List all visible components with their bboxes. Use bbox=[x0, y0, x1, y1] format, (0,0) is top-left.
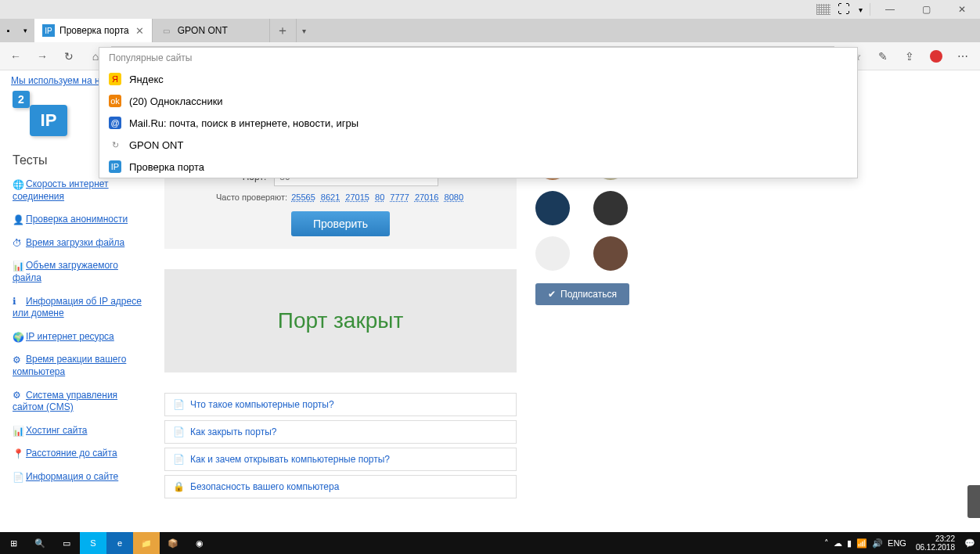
start-button[interactable]: ⊞ bbox=[0, 532, 27, 554]
suggestion-item[interactable]: ok (20) Одноклассники bbox=[99, 90, 857, 112]
suggestion-label: Проверка порта bbox=[129, 161, 204, 173]
tray-battery-icon[interactable]: ▮ bbox=[847, 538, 852, 549]
tray-lang[interactable]: ENG bbox=[888, 538, 906, 548]
faq-link[interactable]: Безопасность вашего компьютера bbox=[190, 481, 339, 492]
dropdown-icon[interactable]: ▾ bbox=[852, 5, 868, 14]
time-icon: ⏱ bbox=[13, 238, 23, 249]
result-box: Порт закрыт bbox=[164, 269, 517, 372]
min-button[interactable]: — bbox=[872, 0, 908, 19]
faq-item[interactable]: 🔒Безопасность вашего компьютера bbox=[164, 475, 517, 498]
port-link[interactable]: 27015 bbox=[345, 192, 369, 202]
expand-icon[interactable]: ⛶ bbox=[835, 2, 852, 16]
tray-up-icon[interactable]: ˄ bbox=[824, 538, 829, 549]
faq-link[interactable]: Что такое компьютерные порты? bbox=[190, 399, 334, 410]
search-button[interactable]: 🔍 bbox=[27, 532, 53, 554]
feedback-tab[interactable] bbox=[967, 485, 980, 518]
speed-icon: 🌐 bbox=[13, 179, 23, 190]
sidebar-link[interactable]: 👤Проверка анонимности bbox=[13, 214, 146, 226]
window-titlebar: ⛶ ▾ — ▢ ✕ bbox=[0, 0, 980, 19]
tray-clock[interactable]: 23:22 06.12.2018 bbox=[911, 534, 960, 552]
tab-close-icon[interactable]: ✕ bbox=[129, 25, 144, 37]
sidebar-link[interactable]: ⏱Время загрузки файла bbox=[13, 237, 146, 250]
lock-icon: 🔒 bbox=[173, 481, 184, 492]
cms-icon: ⚙ bbox=[13, 390, 23, 401]
port-link[interactable]: 8080 bbox=[445, 192, 463, 202]
back-button[interactable]: ← bbox=[5, 45, 27, 67]
avatar[interactable] bbox=[593, 236, 628, 271]
often-checked: Часто проверяют: 25565 8621 27015 80 777… bbox=[177, 192, 504, 202]
tray-notifications-icon[interactable]: 💬 bbox=[964, 538, 975, 549]
sidebar-link[interactable]: 📍Расстояние до сайта bbox=[13, 448, 146, 460]
new-tab-button[interactable]: ＋ bbox=[270, 19, 297, 42]
tray-volume-icon[interactable]: 🔊 bbox=[872, 538, 883, 549]
tabs-dropdown-icon[interactable]: ▾ bbox=[297, 19, 312, 42]
forward-button[interactable]: → bbox=[31, 45, 53, 67]
share-icon[interactable]: ⇪ bbox=[897, 45, 922, 67]
max-button[interactable]: ▢ bbox=[908, 0, 944, 19]
subscribe-label: Подписаться bbox=[560, 289, 617, 300]
dist-icon: 📍 bbox=[13, 448, 23, 459]
suggestion-item[interactable]: IP Проверка порта bbox=[99, 156, 857, 178]
port-link[interactable]: 25565 bbox=[291, 192, 315, 202]
skype-icon[interactable]: S bbox=[80, 532, 106, 554]
tab-inactive[interactable]: ▭ GPON ONT bbox=[153, 19, 270, 42]
port-link[interactable]: 7777 bbox=[390, 192, 409, 202]
tab-active[interactable]: IP Проверка порта ✕ bbox=[34, 19, 153, 42]
sidebar-link[interactable]: 🌍IP интернет ресурса bbox=[13, 331, 146, 344]
logo-top: 2 bbox=[13, 91, 30, 108]
url-suggestions: Популярные сайты Я Яндекс ok (20) Однокл… bbox=[99, 47, 858, 178]
check-button[interactable]: Проверить bbox=[291, 211, 390, 236]
port-link[interactable]: 8621 bbox=[321, 192, 340, 202]
port-link[interactable]: 80 bbox=[375, 192, 384, 202]
mailru-icon: @ bbox=[109, 117, 121, 129]
tray-cloud-icon[interactable]: ☁ bbox=[834, 538, 842, 549]
faq-item[interactable]: 📄Что такое компьютерные порты? bbox=[164, 393, 517, 416]
faq-link[interactable]: Как и зачем открывать компьютерные порты… bbox=[190, 454, 390, 465]
sidebar-link[interactable]: 📄Информация о сайте bbox=[13, 471, 146, 484]
teamviewer-icon[interactable]: ◉ bbox=[186, 532, 213, 554]
tab-strip: ▪ ▾ IP Проверка порта ✕ ▭ GPON ONT ＋ ▾ bbox=[0, 19, 980, 42]
refresh-button[interactable]: ↻ bbox=[58, 45, 80, 67]
sidebar-link[interactable]: 📊Объем загружаемого файла bbox=[13, 260, 146, 284]
avatar[interactable] bbox=[593, 191, 628, 225]
sidebar-link[interactable]: ⚙Время реакции вашего компьютера bbox=[13, 354, 146, 378]
cookie-link[interactable]: Мы используем на на bbox=[11, 75, 105, 86]
sidebar-link[interactable]: 📊Хостинг сайта bbox=[13, 425, 146, 437]
faq-item[interactable]: 📄Как закрыть порты? bbox=[164, 420, 517, 444]
grid-icon[interactable] bbox=[816, 4, 830, 15]
system-tray: ˄ ☁ ▮ 📶 🔊 ENG 23:22 06.12.2018 💬 bbox=[824, 534, 980, 552]
sidebar-link[interactable]: ℹИнформация об IP адресе или домене bbox=[13, 296, 146, 320]
app-icon[interactable]: 📦 bbox=[160, 532, 186, 554]
avatar[interactable] bbox=[535, 236, 570, 271]
site-info-icon: 📄 bbox=[13, 472, 23, 483]
host-icon: 📊 bbox=[13, 426, 23, 437]
favicon-generic: ▭ bbox=[160, 24, 173, 37]
suggestion-label: (20) Одноклассники bbox=[129, 95, 223, 107]
sidebar-link[interactable]: ⚙Система управления сайтом (CMS) bbox=[13, 390, 146, 414]
explorer-icon[interactable]: 📁 bbox=[133, 532, 160, 554]
suggestion-item[interactable]: ↻ GPON ONT bbox=[99, 134, 857, 156]
avatar[interactable] bbox=[535, 191, 570, 225]
ok-icon: ok bbox=[109, 95, 121, 107]
more-icon[interactable]: ⋯ bbox=[950, 45, 975, 67]
reading-icon[interactable]: ✎ bbox=[870, 45, 895, 67]
close-button[interactable]: ✕ bbox=[944, 0, 980, 19]
sidebar-link[interactable]: 🌐Скорость интернет соединения bbox=[13, 178, 146, 203]
site-logo[interactable]: 2 IP bbox=[13, 91, 67, 138]
port-link[interactable]: 27016 bbox=[415, 192, 439, 202]
suggestion-label: GPON ONT bbox=[129, 139, 183, 151]
extension-icon[interactable] bbox=[924, 45, 949, 67]
app-dropdown-icon[interactable]: ▾ bbox=[23, 27, 27, 34]
faq-link[interactable]: Как закрыть порты? bbox=[190, 426, 276, 437]
suggestion-item[interactable]: Я Яндекс bbox=[99, 68, 857, 90]
react-icon: ⚙ bbox=[13, 354, 23, 365]
suggestion-label: Яндекс bbox=[129, 74, 164, 85]
subscribe-button[interactable]: ✔ Подписаться bbox=[535, 283, 629, 305]
ipinfo-icon: ℹ bbox=[13, 296, 23, 307]
tray-wifi-icon[interactable]: 📶 bbox=[856, 538, 867, 549]
taskview-button[interactable]: ▭ bbox=[53, 532, 80, 554]
edge-icon[interactable]: e bbox=[106, 532, 133, 554]
suggestion-item[interactable]: @ Mail.Ru: почта, поиск в интернете, нов… bbox=[99, 112, 857, 134]
yandex-icon: Я bbox=[109, 73, 121, 85]
faq-item[interactable]: 📄Как и зачем открывать компьютерные порт… bbox=[164, 448, 517, 471]
